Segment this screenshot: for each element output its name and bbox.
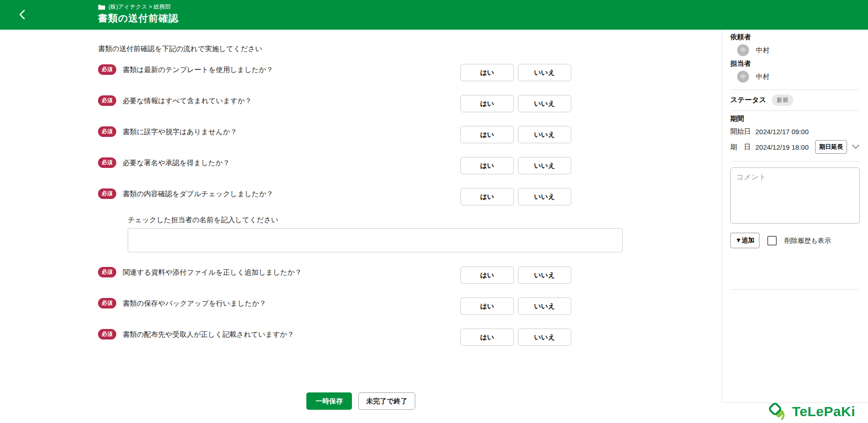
- yes-button[interactable]: はい: [460, 298, 514, 315]
- no-button[interactable]: いいえ: [518, 329, 571, 346]
- yes-button[interactable]: はい: [460, 95, 514, 112]
- question-row: 必須 書類の保存やバックアップを行いましたか？ はい いいえ: [0, 298, 722, 315]
- answer-buttons: はい いいえ: [460, 298, 571, 315]
- breadcrumb-text: (株)アイテクス > 総務部: [108, 3, 171, 11]
- no-button[interactable]: いいえ: [518, 126, 571, 143]
- question-row: 必須 書類の配布先や受取人が正しく記載されていますか？ はい いいえ: [0, 329, 722, 346]
- question-sub-section: チェックした担当者の名前を記入してください: [128, 215, 722, 252]
- finish-incomplete-button[interactable]: 未完了で終了: [358, 392, 415, 410]
- question-text: 書類の内容確認をダブルチェックしましたか？: [123, 188, 274, 199]
- folder-icon: [98, 4, 105, 10]
- no-button[interactable]: いいえ: [518, 298, 571, 315]
- required-badge: 必須: [98, 298, 116, 308]
- extend-due-button[interactable]: 期日延長: [815, 140, 847, 154]
- show-deleted-checkbox[interactable]: [767, 236, 777, 245]
- no-button[interactable]: いいえ: [518, 188, 571, 205]
- required-badge: 必須: [98, 267, 116, 277]
- yes-button[interactable]: はい: [460, 126, 514, 143]
- requester-label: 依頼者: [730, 33, 860, 42]
- chevron-left-icon: [17, 9, 27, 20]
- no-button[interactable]: いいえ: [518, 266, 571, 284]
- yes-button[interactable]: はい: [460, 188, 514, 205]
- answer-buttons: はい いいえ: [460, 126, 571, 143]
- question-text: 必要な情報はすべて含まれていますか？: [123, 95, 252, 106]
- back-button[interactable]: [14, 6, 31, 23]
- app-header: (株)アイテクス > 総務部 書類の送付前確認: [0, 0, 868, 30]
- save-draft-button[interactable]: 一時保存: [306, 392, 352, 410]
- comment-section: ▼追加 削除履歴も表示: [730, 162, 860, 290]
- brand-footer: TeLePaKi: [768, 402, 856, 422]
- sub-question-label: チェックした担当者の名前を記入してください: [128, 215, 722, 225]
- answer-buttons: はい いいえ: [460, 64, 571, 81]
- start-date-row: 開始日 2024/12/17 09:00: [730, 127, 860, 136]
- telepaki-leaf-icon: [768, 402, 788, 422]
- required-badge: 必須: [98, 329, 116, 339]
- yes-button[interactable]: はい: [460, 157, 514, 174]
- start-date-value: 2024/12/17 09:00: [755, 128, 809, 136]
- requester-row: 中 中村: [737, 44, 860, 56]
- no-button[interactable]: いいえ: [518, 157, 571, 174]
- due-date-row: 期 日 2024/12/19 18:00 期日延長: [730, 140, 860, 154]
- required-badge: 必須: [98, 126, 116, 137]
- question-row: 必須 必要な署名や承認を得ましたか？ はい いいえ: [0, 157, 722, 174]
- due-date-value: 2024/12/19 18:00: [755, 143, 809, 151]
- start-date-label: 開始日: [730, 127, 751, 136]
- status-section: ステータス 新規: [730, 90, 860, 111]
- question-row: 必須 書類に誤字や脱字はありませんか？ はい いいえ: [0, 126, 722, 143]
- question-row: 必須 関連する資料や添付ファイルを正しく追加しましたか？ はい いいえ: [0, 266, 722, 284]
- yes-button[interactable]: はい: [460, 329, 514, 346]
- question-text: 書類に誤字や脱字はありませんか？: [123, 126, 237, 137]
- sub-answer-input[interactable]: [128, 228, 623, 252]
- required-badge: 必須: [98, 64, 116, 75]
- assignee-label: 担当者: [730, 59, 860, 68]
- requester-name: 中村: [756, 46, 770, 55]
- question-text: 関連する資料や添付ファイルを正しく追加しましたか？: [123, 266, 302, 277]
- due-date-label: 期 日: [730, 143, 751, 151]
- question-row: 必須 書類は最新のテンプレートを使用しましたか？ はい いいえ: [0, 64, 722, 81]
- answer-buttons: はい いいえ: [460, 329, 571, 346]
- assignee-row: 中 中村: [737, 71, 860, 83]
- question-text: 必要な署名や承認を得ましたか？: [123, 157, 230, 168]
- question-list: 必須 書類は最新のテンプレートを使用しましたか？ はい いいえ 必須 必要な情報…: [0, 64, 722, 346]
- yes-button[interactable]: はい: [460, 64, 514, 81]
- people-section: 依頼者 中 中村 担当者 中 中村: [730, 30, 860, 90]
- page-title: 書類の送付前確認: [98, 12, 179, 25]
- answer-buttons: はい いいえ: [460, 188, 571, 205]
- question-row: 必須 書類の内容確認をダブルチェックしましたか？ はい いいえ: [0, 188, 722, 205]
- required-badge: 必須: [98, 188, 116, 199]
- brand-name: TeLePaKi: [792, 404, 856, 419]
- required-badge: 必須: [98, 157, 116, 168]
- add-comment-button[interactable]: ▼追加: [730, 233, 760, 248]
- assignee-avatar: 中: [737, 71, 749, 83]
- no-button[interactable]: いいえ: [518, 64, 571, 81]
- question-row: 必須 必要な情報はすべて含まれていますか？ はい いいえ: [0, 95, 722, 112]
- comment-textarea[interactable]: [730, 167, 860, 224]
- chevron-down-icon[interactable]: [852, 144, 860, 150]
- status-badge: 新規: [772, 94, 793, 106]
- breadcrumb: (株)アイテクス > 総務部: [98, 3, 171, 11]
- question-text: 書類は最新のテンプレートを使用しましたか？: [123, 64, 273, 75]
- answer-buttons: はい いいえ: [460, 157, 571, 174]
- requester-avatar: 中: [737, 44, 749, 56]
- question-text: 書類の配布先や受取人が正しく記載されていますか？: [123, 329, 294, 339]
- comment-controls-row: ▼追加 削除履歴も表示: [730, 233, 860, 248]
- assignee-name: 中村: [756, 73, 770, 81]
- period-section: 期間 開始日 2024/12/17 09:00 期 日 2024/12/19 1…: [730, 111, 860, 162]
- period-label: 期間: [730, 115, 860, 123]
- answer-buttons: はい いいえ: [460, 266, 571, 284]
- checklist-main: 書類の送付前確認を下記の流れで実施してください 必須 書類は最新のテンプレートを…: [0, 30, 722, 410]
- action-bar: 一時保存 未完了で終了: [0, 392, 722, 410]
- answer-buttons: はい いいえ: [460, 95, 571, 112]
- question-text: 書類の保存やバックアップを行いましたか？: [123, 298, 266, 308]
- required-badge: 必須: [98, 95, 116, 106]
- intro-text: 書類の送付前確認を下記の流れで実施してください: [98, 44, 722, 54]
- show-deleted-label: 削除履歴も表示: [785, 236, 831, 245]
- no-button[interactable]: いいえ: [518, 95, 571, 112]
- yes-button[interactable]: はい: [460, 266, 514, 284]
- task-sidebar: 依頼者 中 中村 担当者 中 中村 ステータス 新規 期間 開始日 2024/1…: [722, 30, 868, 403]
- status-label: ステータス: [730, 95, 766, 105]
